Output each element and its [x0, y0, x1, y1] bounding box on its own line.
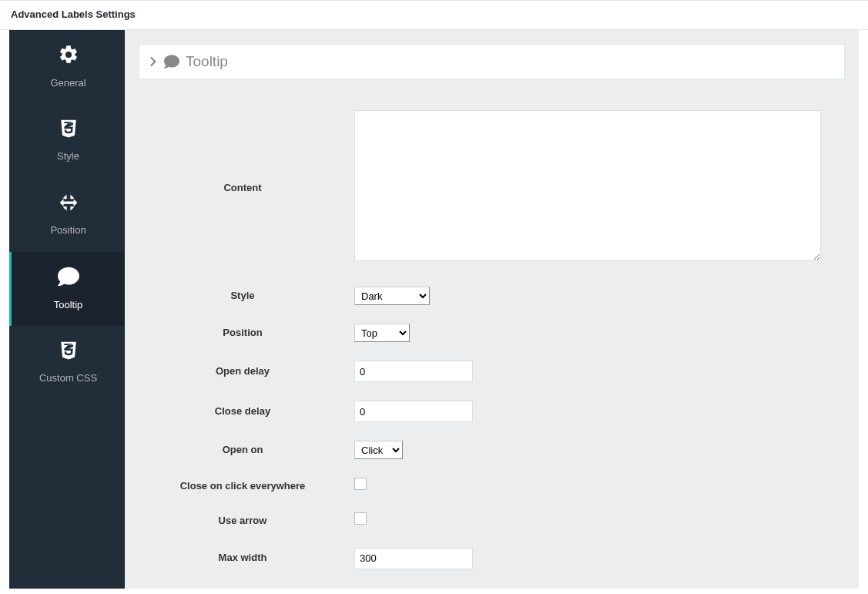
sidebar-item-label: Custom CSS: [39, 371, 97, 385]
sidebar-item-custom-css[interactable]: Custom CSS: [9, 326, 125, 400]
label-content: Content: [139, 181, 354, 195]
open-delay-input[interactable]: [354, 361, 473, 382]
chevron-right-icon: [149, 56, 158, 67]
settings-wrapper: General Style Position Tooltip Custom CS: [9, 30, 859, 589]
sidebar-item-position[interactable]: Position: [9, 178, 125, 252]
sidebar-item-style[interactable]: Style: [9, 104, 125, 178]
label-close-everywhere: Close on click everywhere: [139, 479, 354, 493]
label-open-on: Open on: [139, 443, 354, 457]
sidebar-item-label: Position: [50, 223, 85, 237]
use-arrow-checkbox[interactable]: [354, 512, 367, 525]
gear-icon: [58, 44, 79, 69]
label-use-arrow: Use arrow: [139, 514, 354, 528]
sidebar-item-label: General: [50, 76, 85, 90]
sidebar-item-tooltip[interactable]: Tooltip: [9, 252, 125, 326]
label-max-width: Max width: [139, 551, 354, 565]
label-open-delay: Open delay: [139, 364, 354, 378]
panel-title: Tooltip: [186, 52, 228, 72]
close-delay-input[interactable]: [354, 401, 473, 422]
open-on-select[interactable]: Click: [354, 441, 403, 459]
content-textarea[interactable]: [354, 110, 821, 261]
css3-icon: [59, 119, 79, 143]
arrows-icon: [59, 193, 79, 216]
sidebar: General Style Position Tooltip Custom CS: [9, 30, 125, 589]
page-title: Advanced Labels Settings: [11, 8, 136, 22]
comment-icon: [164, 54, 179, 69]
sidebar-item-general[interactable]: General: [9, 30, 125, 104]
page-title-bar: Advanced Labels Settings: [0, 0, 868, 30]
content-area: Tooltip Content Style Dark Position Top: [125, 30, 859, 589]
comment-icon: [58, 266, 79, 291]
form: Content Style Dark Position Top Open del…: [139, 79, 845, 589]
style-select[interactable]: Dark: [354, 287, 430, 305]
position-select[interactable]: Top: [354, 324, 410, 342]
panel-header[interactable]: Tooltip: [139, 44, 845, 79]
close-everywhere-checkbox[interactable]: [354, 478, 367, 490]
max-width-input[interactable]: [354, 548, 473, 569]
sidebar-item-label: Style: [57, 149, 79, 163]
label-close-delay: Close delay: [139, 404, 354, 418]
css3-icon: [59, 341, 79, 364]
sidebar-item-label: Tooltip: [54, 298, 83, 312]
label-position: Position: [139, 326, 354, 340]
label-style: Style: [139, 289, 354, 303]
